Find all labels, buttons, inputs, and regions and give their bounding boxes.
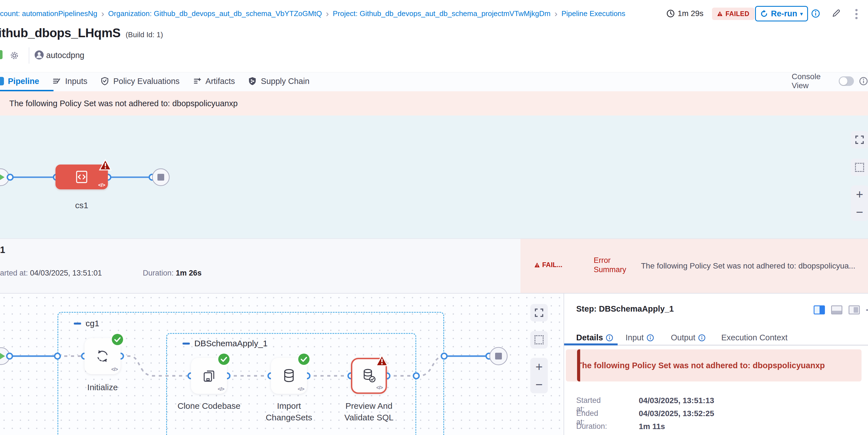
stage-graph-wires — [0, 116, 868, 238]
console-view-control: Console View — [792, 72, 868, 90]
shield-check-icon — [100, 76, 109, 86]
fullscreen-button[interactable] — [851, 131, 868, 149]
info-icon[interactable] — [698, 334, 706, 341]
zoom-out-button[interactable]: − — [851, 203, 868, 221]
tab-supply-chain[interactable]: Supply Chain — [248, 76, 310, 86]
code-tag-icon: </> — [218, 386, 224, 392]
tab-list: Pipeline Inputs Policy Evaluations Artif… — [0, 72, 310, 90]
failed-warning-badge-icon — [99, 159, 112, 171]
breadcrumb-organization[interactable]: Organization: Github_db_devops_aut_db_sc… — [108, 9, 322, 18]
status-badge: FAILED — [712, 8, 754, 20]
tab-policy-label: Policy Evaluations — [113, 76, 179, 86]
layout-bottom-panel-icon[interactable] — [831, 305, 842, 314]
stage-name: 1 — [0, 245, 5, 255]
info-icon[interactable] — [811, 9, 820, 18]
layout-split-right-icon[interactable] — [814, 305, 825, 314]
zoom-controls: + − — [530, 358, 548, 393]
info-icon[interactable] — [647, 334, 654, 341]
step-node-clone-codebase[interactable]: </> — [191, 358, 227, 394]
marquee-select-button[interactable] — [530, 331, 548, 348]
page-title: ithub_dbops_LHqmS — [0, 26, 121, 40]
fail-chip: FAIL... — [534, 261, 562, 269]
chevron-right-icon: › — [555, 9, 558, 18]
stage-node-cs1[interactable]: </> — [56, 164, 108, 189]
database-icon — [281, 368, 297, 384]
policy-warning-text: The following Policy Set was not adhered… — [9, 99, 238, 108]
fullscreen-button[interactable] — [530, 304, 548, 321]
rerun-label: Re-run — [771, 9, 797, 18]
success-check-icon — [298, 353, 310, 365]
fail-label: FAIL... — [542, 261, 562, 269]
zoom-out-button[interactable]: − — [530, 376, 548, 393]
pipeline-execution-page: count: automationPipelinesNg › Organizat… — [0, 0, 868, 435]
zoom-in-button[interactable]: + — [530, 358, 548, 376]
step-node-label: Import ChangeSets — [254, 400, 324, 423]
rerun-button[interactable]: Re-run ▾ — [755, 6, 808, 22]
code-tag-icon: </> — [111, 367, 118, 372]
chevron-right-icon: › — [326, 9, 329, 18]
status-text: FAILED — [725, 10, 749, 18]
panel-layout-controls — [814, 305, 868, 314]
success-check-icon — [218, 353, 230, 365]
inputs-icon — [52, 76, 61, 86]
code-tag-icon: </> — [98, 182, 105, 188]
supply-chain-shield-icon — [248, 76, 257, 86]
execution-detail-section: cg1 DBSchemaApply_1 — [0, 293, 868, 435]
tab-execution-context[interactable]: Execution Context — [721, 333, 787, 342]
tabs-row: Pipeline Inputs Policy Evaluations Artif… — [0, 72, 868, 91]
tab-artifacts-label: Artifacts — [206, 76, 235, 86]
active-tab-underline — [564, 343, 618, 345]
triggered-by-user: autocdpng — [46, 51, 84, 60]
step-panel-title: Step: DBSchemaApply_1 — [576, 304, 674, 314]
console-view-label: Console View — [792, 72, 834, 90]
tab-inputs[interactable]: Inputs — [52, 76, 87, 86]
detail-label: Duration: — [576, 422, 607, 431]
breadcrumb: count: automationPipelinesNg › Organizat… — [0, 0, 625, 27]
started-at-value: 04/03/2025, 13:51:01 — [30, 269, 102, 277]
marquee-select-button[interactable] — [851, 159, 868, 176]
zoom-in-button[interactable]: + — [851, 185, 868, 203]
step-error-box: The following Policy Set was not adhered… — [566, 349, 862, 381]
tab-supply-chain-label: Supply Chain — [261, 76, 310, 86]
breadcrumb-pipeline-executions[interactable]: Pipeline Executions — [561, 9, 625, 18]
tab-pipeline[interactable]: Pipeline — [0, 76, 39, 86]
tab-policy-evaluations[interactable]: Policy Evaluations — [100, 76, 179, 86]
stage-tag-fragment — [0, 50, 3, 59]
graph-controls: + − — [851, 116, 868, 238]
console-view-toggle[interactable] — [839, 76, 854, 86]
step-node-initialize[interactable]: </> — [85, 338, 121, 374]
edit-pencil-icon[interactable] — [831, 8, 841, 19]
tab-output[interactable]: Output — [671, 333, 706, 342]
info-icon[interactable] — [859, 76, 868, 86]
stage-graph-canvas[interactable]: </> cs1 + − — [0, 116, 868, 238]
breadcrumb-account[interactable]: count: automationPipelinesNg — [0, 9, 97, 18]
refresh-icon — [760, 10, 768, 18]
started-at-label: arted at: — [0, 269, 28, 277]
info-icon[interactable] — [606, 334, 613, 341]
error-summary-label: Error Summary — [594, 256, 630, 274]
tab-details[interactable]: Details — [576, 333, 613, 342]
tab-input-label: Input — [625, 333, 644, 342]
tab-pipeline-label: Pipeline — [8, 76, 39, 86]
database-check-icon — [361, 368, 377, 384]
elapsed-value: 1m 29s — [678, 9, 704, 18]
tab-inputs-label: Inputs — [65, 76, 87, 86]
tab-artifacts[interactable]: Artifacts — [193, 76, 235, 86]
initialize-sync-icon — [94, 348, 111, 364]
error-left-bar — [577, 349, 580, 381]
step-graph-canvas[interactable]: cg1 DBSchemaApply_1 — [0, 293, 563, 435]
layout-floating-panel-icon[interactable] — [848, 305, 860, 314]
breadcrumb-project[interactable]: Project: Github_db_devops_aut_db_schema_… — [333, 9, 551, 18]
policy-warning-banner: The following Policy Set was not adhered… — [0, 91, 868, 116]
caret-down-icon: ▾ — [800, 10, 803, 17]
code-tag-icon: </> — [298, 386, 304, 392]
warning-triangle-icon — [717, 11, 723, 17]
tab-output-label: Output — [671, 333, 695, 342]
step-node-import-changesets[interactable]: </> — [271, 358, 307, 394]
step-node-preview-validate-sql[interactable]: </> — [351, 358, 387, 394]
kebab-menu-icon[interactable] — [855, 7, 858, 21]
gear-icon[interactable] — [9, 50, 20, 61]
minimize-panel-icon[interactable] — [866, 309, 868, 311]
tab-input[interactable]: Input — [625, 333, 654, 342]
step-error-message: The following Policy Set was not adhered… — [577, 361, 825, 370]
